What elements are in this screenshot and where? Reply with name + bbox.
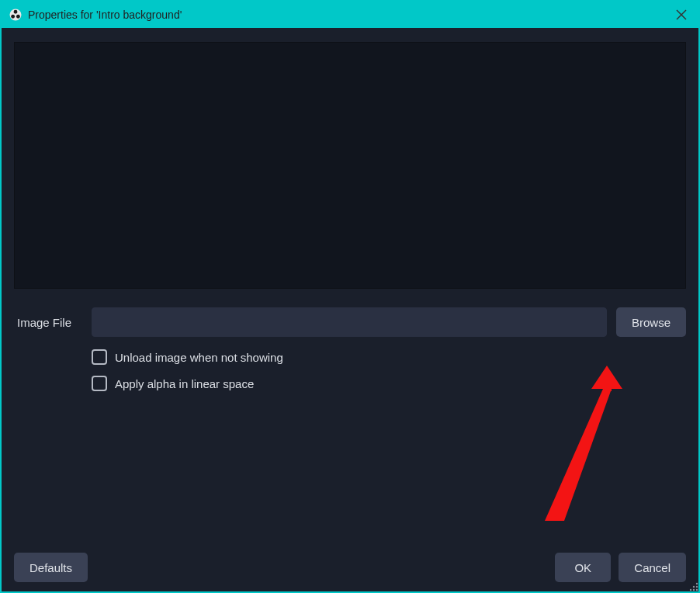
alpha-checkbox[interactable] xyxy=(92,376,107,391)
browse-button[interactable]: Browse xyxy=(616,307,686,337)
titlebar[interactable]: Properties for 'Intro background' xyxy=(2,2,698,28)
ok-button[interactable]: OK xyxy=(555,553,611,582)
dialog-footer: Defaults OK Cancel xyxy=(14,546,686,582)
svg-point-10 xyxy=(696,586,698,588)
image-file-row: Image File Browse xyxy=(14,307,686,337)
alpha-checkbox-row: Apply alpha in linear space xyxy=(92,376,686,391)
svg-point-1 xyxy=(14,10,18,14)
image-file-input[interactable] xyxy=(92,307,607,337)
resize-grip-icon[interactable] xyxy=(688,581,698,591)
alpha-checkbox-label[interactable]: Apply alpha in linear space xyxy=(115,377,254,390)
svg-point-11 xyxy=(690,589,691,591)
image-file-label: Image File xyxy=(14,316,82,329)
dialog-content: Image File Browse Unload image when not … xyxy=(2,28,698,591)
svg-point-3 xyxy=(16,15,20,19)
app-icon xyxy=(8,7,23,23)
svg-point-9 xyxy=(693,586,695,588)
svg-point-12 xyxy=(693,589,695,591)
unload-checkbox[interactable] xyxy=(92,349,107,365)
cancel-button[interactable]: Cancel xyxy=(619,553,686,582)
close-button[interactable] xyxy=(671,4,692,26)
svg-point-2 xyxy=(11,15,15,19)
window-title: Properties for 'Intro background' xyxy=(28,9,666,21)
unload-checkbox-label[interactable]: Unload image when not showing xyxy=(115,351,283,364)
preview-area xyxy=(14,42,686,289)
properties-dialog: Properties for 'Intro background' Image … xyxy=(0,0,700,593)
svg-point-8 xyxy=(696,583,698,584)
unload-checkbox-row: Unload image when not showing xyxy=(92,349,686,365)
svg-point-13 xyxy=(696,589,698,591)
defaults-button[interactable]: Defaults xyxy=(14,553,88,582)
form-area: Image File Browse Unload image when not … xyxy=(14,307,686,546)
